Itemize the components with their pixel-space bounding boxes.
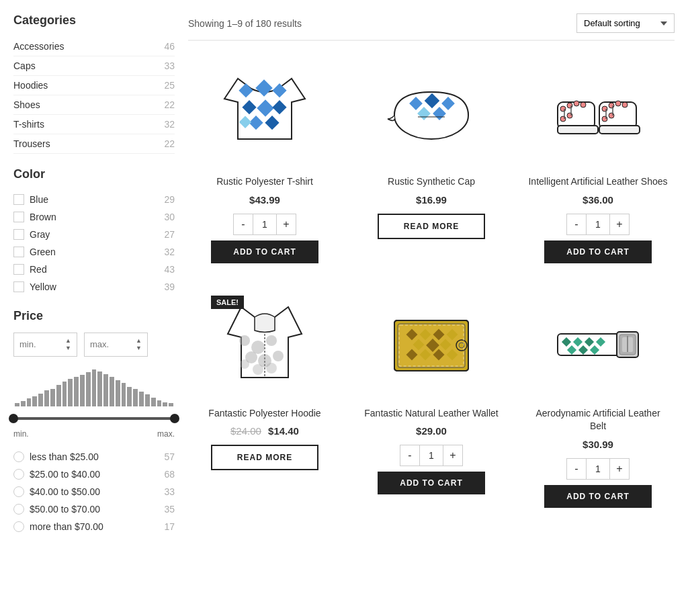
price-range-label: $50.00 to $70.00 (30, 504, 100, 515)
quantity-control: - 1 + (400, 445, 463, 466)
histogram-bar (50, 389, 55, 406)
product-card-4: SALE! Fantastic Polyester Hoodie $24.00 … (188, 283, 341, 515)
price-range-count: 57 (164, 451, 175, 462)
histogram-bar (97, 371, 102, 406)
color-label: Brown (30, 212, 56, 222)
add-to-cart-button[interactable]: ADD TO CART (211, 240, 318, 263)
color-label: Yellow (30, 281, 56, 292)
categories-title: Categories (13, 13, 175, 28)
color-checkbox-green[interactable] (13, 247, 24, 257)
product-card-3: Intelligent Artificial Leather Shoes $36… (521, 52, 675, 270)
color-item-left: Gray (13, 229, 50, 240)
price-range-slider[interactable] (13, 412, 175, 425)
svg-point-37 (266, 335, 277, 346)
category-item-accessories[interactable]: Accessories46 (13, 37, 175, 56)
qty-decrease-button[interactable]: - (567, 459, 586, 479)
price-range-radio[interactable] (13, 486, 24, 497)
range-thumb-min[interactable] (9, 414, 18, 423)
qty-increase-button[interactable]: + (277, 214, 296, 234)
read-more-button[interactable]: READ MORE (378, 214, 485, 239)
qty-decrease-button[interactable]: - (400, 445, 419, 466)
product-image-container (378, 58, 485, 166)
max-price-spinner[interactable]: ▲ ▼ (136, 337, 142, 352)
qty-decrease-button[interactable]: - (234, 214, 253, 234)
svg-point-30 (622, 102, 628, 107)
price-range-left: $25.00 to $40.00 (13, 469, 100, 480)
category-item-caps[interactable]: Caps33 (13, 56, 175, 76)
histogram-bar (32, 396, 37, 406)
price-histogram (13, 366, 175, 406)
color-label: Gray (30, 229, 50, 240)
color-count: 30 (164, 212, 175, 222)
color-item-left: Yellow (13, 281, 56, 292)
quantity-control: - 1 + (566, 458, 630, 480)
range-thumb-max[interactable] (170, 414, 179, 423)
svg-point-28 (609, 103, 614, 108)
results-text: Showing 1–9 of 180 results (188, 18, 302, 29)
svg-rect-16 (558, 126, 598, 134)
min-price-spinner[interactable]: ▲ ▼ (65, 337, 71, 352)
svg-point-42 (253, 364, 263, 375)
read-more-button[interactable]: READ MORE (211, 445, 318, 470)
svg-point-32 (609, 113, 614, 118)
price-range-left: $40.00 to $50.00 (13, 486, 100, 497)
color-count: 29 (164, 194, 175, 205)
histogram-bar (139, 392, 144, 406)
product-card-1: Rustic Polyester T-shirt $43.99 - 1 + AD… (188, 52, 341, 270)
color-checkbox-yellow[interactable] (13, 281, 24, 292)
product-price: $29.00 (416, 425, 447, 437)
range-max-label: max. (157, 429, 175, 439)
sort-select[interactable]: Default sorting Price: Low to High Price… (576, 13, 675, 33)
qty-increase-button[interactable]: + (610, 459, 629, 479)
max-price-input[interactable] (90, 339, 130, 349)
histogram-bar (44, 390, 49, 406)
category-count: 46 (164, 41, 175, 52)
svg-point-43 (266, 363, 277, 373)
range-labels: min. max. (13, 429, 175, 439)
qty-increase-button[interactable]: + (443, 445, 462, 466)
category-item-trousers[interactable]: Trousers22 (13, 134, 175, 154)
min-price-input[interactable] (19, 339, 60, 349)
add-to-cart-button[interactable]: ADD TO CART (378, 472, 485, 494)
add-to-cart-button[interactable]: ADD TO CART (544, 240, 652, 263)
histogram-bar (74, 377, 79, 406)
price-range-radio[interactable] (13, 521, 24, 532)
qty-value: 1 (419, 445, 443, 466)
svg-point-31 (602, 116, 607, 122)
category-name: Accessories (13, 41, 64, 52)
price-range-left: $50.00 to $70.00 (13, 504, 100, 515)
color-checkbox-gray[interactable] (13, 229, 24, 240)
color-checkbox-blue[interactable] (13, 194, 24, 205)
category-item-hoodies[interactable]: Hoodies25 (13, 76, 175, 95)
svg-rect-26 (599, 126, 640, 134)
color-checkbox-brown[interactable] (13, 212, 24, 222)
price-range-count: 33 (164, 486, 175, 497)
svg-point-41 (240, 359, 249, 369)
product-name: Fantastic Natural Leather Wallet (364, 407, 498, 421)
price-range-list: less than $25.00 57 $25.00 to $40.00 68 … (13, 448, 175, 535)
product-name: Intelligent Artificial Leather Shoes (528, 175, 667, 189)
color-item-blue: Blue 29 (13, 191, 175, 208)
product-price: $43.99 (249, 194, 280, 206)
qty-increase-button[interactable]: + (610, 214, 629, 234)
product-price: $16.99 (416, 194, 447, 206)
category-item-t-shirts[interactable]: T-shirts32 (13, 115, 175, 134)
product-price: $30.99 (583, 439, 613, 450)
qty-decrease-button[interactable]: - (567, 214, 586, 234)
add-to-cart-button[interactable]: ADD TO CART (544, 485, 652, 508)
histogram-bar (103, 374, 108, 406)
price-range-label: more than $70.00 (30, 521, 103, 532)
histogram-bar (56, 385, 61, 406)
category-count: 25 (164, 80, 175, 91)
histogram-bar (92, 369, 97, 406)
histogram-bar (110, 377, 114, 406)
price-range-radio[interactable] (13, 451, 24, 462)
category-item-shoes[interactable]: Shoes22 (13, 95, 175, 115)
color-checkbox-red[interactable] (13, 264, 24, 275)
svg-point-22 (567, 113, 572, 118)
price-range-radio[interactable] (13, 504, 24, 515)
product-name: Aerodynamic Artificial Leather Belt (528, 407, 668, 433)
price-range-radio[interactable] (13, 469, 24, 480)
price-section: ▲ ▼ ▲ ▼ min. (13, 333, 175, 535)
histogram-bar (27, 398, 32, 406)
